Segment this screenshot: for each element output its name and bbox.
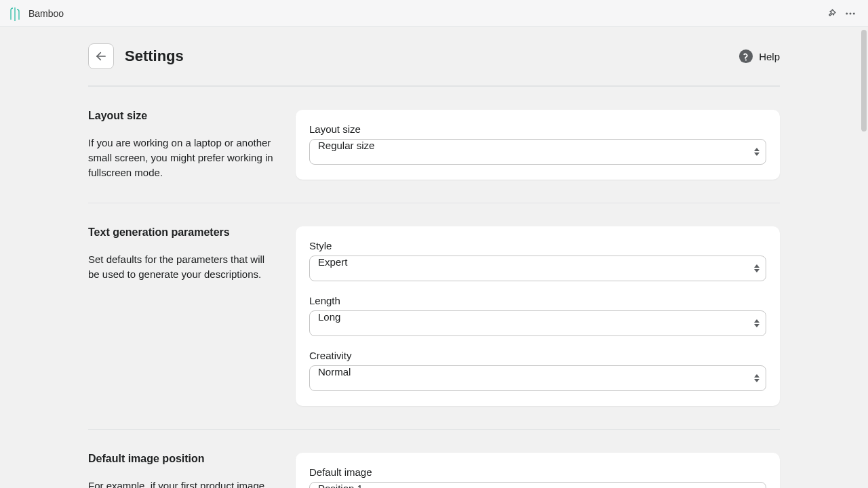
length-label: Length xyxy=(309,295,766,306)
section-title: Text generation parameters xyxy=(88,226,278,239)
arrow-left-icon xyxy=(95,50,107,62)
length-select[interactable]: Long xyxy=(309,310,766,336)
section-default-image-position: Default image position For example, if y… xyxy=(88,429,780,488)
help-link[interactable]: Help xyxy=(738,49,780,64)
section-text-generation: Text generation parameters Set defaults … xyxy=(88,203,780,429)
content-viewport: Settings Help Layout size If you are wor… xyxy=(0,27,868,488)
section-layout-size: Layout size If you are working on a lapt… xyxy=(88,86,780,203)
help-label: Help xyxy=(759,51,780,62)
section-description: For example, if your first product image… xyxy=(88,479,278,488)
card-layout-size: Layout size Regular size xyxy=(296,110,780,180)
page-title: Settings xyxy=(125,47,184,65)
section-title: Default image position xyxy=(88,453,278,465)
card-default-image: Default image Position 1 Select the posi… xyxy=(296,453,780,488)
style-select[interactable]: Expert xyxy=(309,256,766,281)
app-logo-icon xyxy=(8,5,22,22)
svg-point-2 xyxy=(853,12,855,14)
topbar: Bamboo xyxy=(0,0,868,27)
svg-point-0 xyxy=(846,12,848,14)
section-description: Set defaults for the parameters that wil… xyxy=(88,252,278,282)
section-description: If you are working on a laptop or anothe… xyxy=(88,136,278,180)
svg-point-5 xyxy=(745,59,747,60)
card-text-generation: Style Expert Length Long xyxy=(296,226,780,406)
creativity-label: Creativity xyxy=(309,350,766,361)
creativity-select[interactable]: Normal xyxy=(309,365,766,391)
pin-button[interactable] xyxy=(822,4,841,23)
back-button[interactable] xyxy=(88,43,114,69)
style-label: Style xyxy=(309,240,766,251)
svg-point-4 xyxy=(739,49,753,63)
section-title: Layout size xyxy=(88,110,278,122)
help-icon xyxy=(738,49,753,64)
default-image-select[interactable]: Position 1 xyxy=(309,482,766,488)
more-menu-button[interactable] xyxy=(841,4,860,23)
default-image-label: Default image xyxy=(309,466,766,478)
app-title: Bamboo xyxy=(28,8,64,19)
layout-size-label: Layout size xyxy=(309,123,766,135)
layout-size-select[interactable]: Regular size xyxy=(309,139,766,165)
svg-point-1 xyxy=(850,12,852,14)
page-header: Settings Help xyxy=(88,43,780,85)
scrollbar-thumb[interactable] xyxy=(861,30,867,131)
